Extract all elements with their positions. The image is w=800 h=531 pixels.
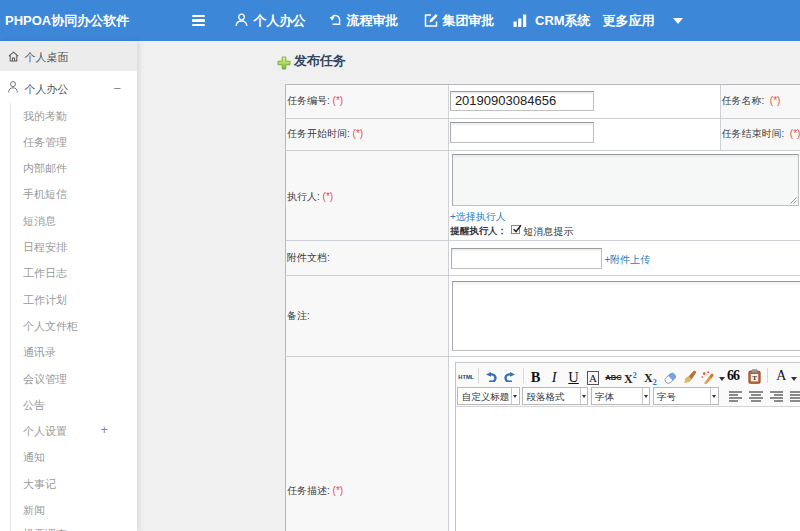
svg-text:T: T xyxy=(752,374,757,382)
